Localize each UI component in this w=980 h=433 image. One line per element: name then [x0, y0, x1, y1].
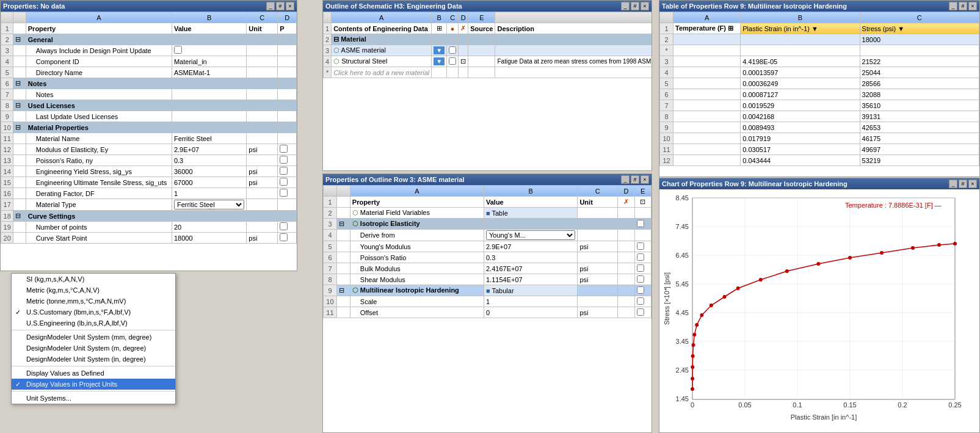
dropdown-item-unit-systems[interactable]: Unit Systems...	[12, 393, 175, 404]
steel-dropdown-btn[interactable]: ▼	[434, 57, 445, 65]
checkbox-scale[interactable]	[637, 297, 644, 305]
table-row: 1 Temperature (F) ⊞ Plastic Strain (in i…	[660, 23, 979, 34]
table-row: 19 Number of points 20	[1, 222, 297, 233]
chart-panel-header: Chart of Properties Row 9: Multilinear I…	[659, 178, 979, 189]
data-point	[880, 251, 884, 255]
table-properties-panel-title: Table of Properties Row 9: Multilinear I…	[662, 2, 847, 10]
pin-button[interactable]: #	[631, 2, 639, 10]
table-row: 2 ⬡ Material Field Variables ■ Table	[324, 208, 652, 219]
table-row: 8 ⊟ Used Licenses	[1, 100, 297, 111]
table-row: 3 ⬡ ASME material ▼	[324, 45, 652, 56]
chart-panel: Chart of Properties Row 9: Multilinear I…	[659, 178, 980, 433]
dropdown-item-dm-mm[interactable]: DesignModeler Unit System (mm, degree)	[12, 332, 175, 343]
pin-button[interactable]: #	[276, 2, 285, 10]
pin-button[interactable]: #	[631, 175, 639, 184]
table-row: 2 18000	[660, 34, 979, 45]
table-row: 11 0.030517 49697	[660, 144, 979, 155]
svg-text:0.05: 0.05	[738, 401, 751, 409]
table-row: 4 0.00013597 25044	[660, 67, 979, 78]
table-row: 14 Engineering Yield Stress, sig_ys 3600…	[1, 166, 297, 177]
minimize-button[interactable]: _	[621, 175, 630, 184]
checkbox-offset[interactable]	[637, 308, 644, 316]
data-point	[691, 377, 694, 380]
outline-panel-title: Outline of Schematic H3: Engineering Dat…	[325, 2, 462, 10]
panel-controls: _ # ×	[621, 2, 649, 10]
minimize-button[interactable]: _	[621, 2, 630, 10]
checkbox-12[interactable]	[280, 145, 288, 153]
close-button[interactable]: ×	[286, 2, 294, 10]
table-row: 10 0.017919 46175	[660, 133, 979, 144]
chart-area: 8.45 7.45 6.45 5.45 4.45 3.45 2.45 1.45 …	[659, 189, 979, 432]
checkbox-15[interactable]	[280, 178, 288, 186]
checkbox-sm[interactable]	[637, 275, 644, 283]
table-properties-panel-header: Table of Properties Row 9: Multilinear I…	[659, 1, 979, 12]
dropdown-item-us-customary[interactable]: U.S.Customary (lbm,in,s,°F,A,lbf,V)	[12, 307, 175, 318]
minimize-button[interactable]: _	[949, 2, 957, 10]
close-button[interactable]: ×	[641, 175, 649, 184]
dropdown-item-us-engineering[interactable]: U.S.Engineering (lb,in,s,R,A,lbf,V)	[12, 318, 175, 329]
checkbox-ym[interactable]	[637, 242, 644, 250]
svg-text:0: 0	[691, 401, 694, 409]
data-point	[695, 323, 699, 327]
dropdown-item-display-project-units[interactable]: Display Values in Project Units	[12, 379, 175, 390]
table-row: 10 Scale 1	[324, 296, 652, 307]
checkbox-asme[interactable]	[449, 46, 456, 54]
data-point	[759, 278, 763, 282]
pin-button[interactable]: #	[959, 2, 967, 10]
dropdown-item-dm-in[interactable]: DesignModeler Unit System (in, degree)	[12, 354, 175, 365]
data-point	[692, 343, 695, 347]
close-button[interactable]: ×	[641, 2, 649, 10]
table-row: 1 Contents of Engineering Data ⊞ ● ✗ Sou…	[324, 23, 652, 34]
table-row: 8 Shear Modulus 1.1154E+07 psi	[324, 274, 652, 285]
table-row: 2 ⊟ General	[1, 34, 297, 45]
checkbox-always-include[interactable]	[174, 46, 182, 54]
table-row: 13 Poisson's Ratio, ny 0.3	[1, 155, 297, 166]
dropdown-item-metric1[interactable]: Metric (kg,m,s,°C,A,N,V)	[12, 285, 175, 296]
pin-button[interactable]: #	[959, 180, 967, 188]
table-row: 1 Property Value Unit ✗ ⊡	[324, 197, 652, 208]
unit-system-dropdown[interactable]: SI (kg,m,s,K,A,N,V) Metric (kg,m,s,°C,A,…	[11, 273, 176, 404]
checkbox-16[interactable]	[280, 189, 288, 197]
table-row: 15 Engineering Ultimate Tensile Stress, …	[1, 177, 297, 188]
checkbox-13[interactable]	[280, 156, 288, 164]
col-e-header: E	[468, 12, 495, 23]
table-row: 7 Notes	[1, 89, 297, 100]
table-row: 3 ⊟ ⬡ Isotropic Elasticity	[324, 219, 652, 230]
row-num-header	[1, 12, 13, 23]
svg-text:Stress  [×10⁴]  [psi]: Stress [×10⁴] [psi]	[663, 272, 670, 325]
table-row: 12 Modulus of Elasticity, Ey 2.9E+07 psi	[1, 144, 297, 155]
col-c-header: C	[247, 12, 278, 23]
checkbox-iso[interactable]	[637, 220, 644, 227]
dropdown-item-metric2[interactable]: Metric (tonne,mm,s,°C,mA,N,mV)	[12, 296, 175, 307]
table-row: 9 Last Update Used Licenses	[1, 111, 297, 122]
checkbox-pr[interactable]	[637, 253, 644, 261]
properties-row3-table: A B C D E 1 Property Value Unit ✗ ⊡	[323, 185, 652, 318]
dropdown-item-display-as-defined[interactable]: Display Values as Defined	[12, 368, 175, 379]
col-a-header: A	[26, 12, 172, 23]
table-row: 4 ⬡ Structural Steel ▼ ⊡ Fatigue Data at…	[324, 56, 652, 67]
panel-controls: _ # ×	[949, 180, 977, 188]
table-row: 5 0.00036249 28566	[660, 78, 979, 89]
checkbox-mih[interactable]	[637, 286, 644, 294]
table-row: 2 ⊟ Material	[324, 34, 652, 45]
close-button[interactable]: ×	[968, 2, 977, 10]
material-type-dropdown[interactable]: Ferritic Steel	[174, 200, 244, 209]
checkbox-20[interactable]	[280, 233, 288, 241]
checkbox-bm[interactable]	[637, 264, 644, 272]
minimize-button[interactable]: _	[266, 2, 275, 10]
close-button[interactable]: ×	[968, 180, 977, 188]
table-row: 20 Curve Start Point 18000 psi	[1, 233, 297, 244]
derive-from-dropdown[interactable]: Young's M...	[486, 230, 575, 240]
svg-text:0.15: 0.15	[843, 401, 856, 409]
data-point	[692, 333, 696, 337]
asme-dropdown-btn[interactable]: ▼	[434, 46, 445, 54]
checkbox-steel[interactable]	[449, 57, 456, 65]
table-row[interactable]: * Click here to add a new material	[324, 67, 652, 78]
minimize-button[interactable]: _	[949, 180, 957, 188]
table-row: 17 Material Type Ferritic Steel	[1, 199, 297, 211]
checkbox-14[interactable]	[280, 167, 288, 175]
dropdown-item-si[interactable]: SI (kg,m,s,K,A,N,V)	[12, 274, 175, 285]
checkbox-19[interactable]	[280, 222, 288, 230]
outline-table: A B C D E 1 Contents of Engineering Data…	[323, 12, 652, 78]
dropdown-item-dm-m[interactable]: DesignModeler Unit System (m, degree)	[12, 343, 175, 354]
